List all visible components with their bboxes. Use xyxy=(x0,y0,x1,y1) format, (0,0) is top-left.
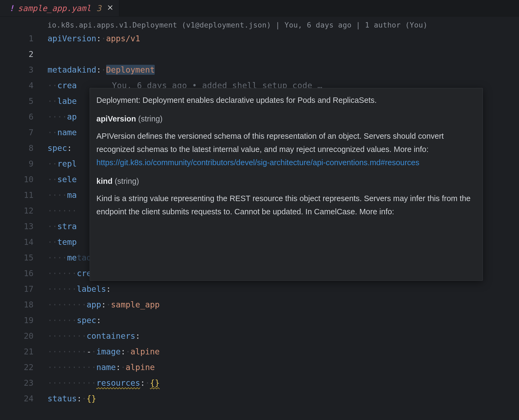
hover-field-desc: APIVersion defines the versioned schema … xyxy=(96,130,476,170)
code-line[interactable]: 3 metada xyxy=(0,62,519,78)
line-number: 4 xyxy=(0,78,48,93)
line-number: 19 xyxy=(0,313,48,328)
line-number: 14 xyxy=(0,234,48,250)
yaml-key: labe xyxy=(57,96,77,106)
yaml-value: sample_app xyxy=(111,300,160,309)
yaml-key: resources xyxy=(96,378,140,388)
yaml-value: alpine xyxy=(126,363,155,372)
editor-area[interactable]: io.k8s.api.apps.v1.Deployment (v1@deploy… xyxy=(0,16,519,407)
yaml-key: containers xyxy=(87,331,136,341)
code-line[interactable]: 1 apiVersion:·apps/v1 xyxy=(0,31,519,46)
yaml-key: ap xyxy=(67,112,77,121)
editor-tab[interactable]: ! sample_app.yaml 3 xyxy=(0,0,119,16)
hover-field-desc: Kind is a string value representing the … xyxy=(96,192,476,219)
hover-field: apiVersion (string) xyxy=(96,112,476,126)
yaml-value: {} xyxy=(150,378,160,388)
line-number: 9 xyxy=(0,156,48,172)
hover-tooltip[interactable]: Deployment: Deployment enables declarati… xyxy=(90,88,483,281)
line-number: 21 xyxy=(0,344,48,360)
line-number: 6 xyxy=(0,109,48,125)
yaml-key: spec xyxy=(77,316,96,325)
yaml-key: metada xyxy=(48,65,77,74)
code-line[interactable]: 23 ··········resources:·{} xyxy=(0,375,519,391)
code-line[interactable]: 20 ········containers: xyxy=(0,328,519,344)
yaml-key: me xyxy=(67,253,77,262)
yaml-key: spec xyxy=(48,143,67,153)
line-number: 17 xyxy=(0,281,48,297)
yaml-key: labels xyxy=(77,284,106,294)
line-number: 5 xyxy=(0,93,48,109)
yaml-value: alpine xyxy=(130,347,160,356)
line-number: 2 xyxy=(0,46,48,62)
code-line[interactable]: 2 kind:·Deployment You, 6 days ago • add… xyxy=(0,46,519,62)
line-number: 22 xyxy=(0,360,48,375)
yaml-key: crea xyxy=(57,81,77,90)
tab-bar: ! sample_app.yaml 3 xyxy=(0,0,519,16)
line-number: 15 xyxy=(0,250,48,266)
line-number: 1 xyxy=(0,31,48,46)
yaml-key: repl xyxy=(57,159,77,168)
hover-link[interactable]: https://git.k8s.io/community/contributor… xyxy=(96,158,419,167)
yaml-key: app xyxy=(87,300,101,309)
yaml-key: name xyxy=(96,363,116,372)
close-icon[interactable] xyxy=(107,5,113,12)
code-line[interactable]: 24 status:·{} xyxy=(0,391,519,407)
yaml-key: apiVersion xyxy=(48,34,96,43)
code-line[interactable]: 19 ······spec: xyxy=(0,313,519,328)
line-number: 7 xyxy=(0,125,48,140)
yaml-value: {} xyxy=(87,394,96,403)
yaml-file-icon: ! xyxy=(9,4,14,13)
yaml-key: image xyxy=(96,347,121,356)
yaml-key: stra xyxy=(57,222,77,231)
code-line[interactable]: 17 ······labels: xyxy=(0,281,519,297)
tab-title: sample_app.yaml xyxy=(18,4,91,13)
line-number: 18 xyxy=(0,297,48,313)
hover-summary: Deployment: Deployment enables declarati… xyxy=(96,94,476,107)
line-number: 10 xyxy=(0,172,48,187)
line-number: 13 xyxy=(0,219,48,234)
line-number: 23 xyxy=(0,375,48,391)
yaml-key: ma xyxy=(67,190,77,200)
line-number: 12 xyxy=(0,203,48,219)
line-number: 11 xyxy=(0,187,48,203)
line-number: 16 xyxy=(0,266,48,281)
line-number: 3 xyxy=(0,62,48,78)
yaml-key: name xyxy=(57,128,77,137)
yaml-value: apps/v1 xyxy=(106,34,140,43)
codelens[interactable]: io.k8s.api.apps.v1.Deployment (v1@deploy… xyxy=(48,20,519,31)
hover-field: kind (string) xyxy=(96,175,476,188)
yaml-key: temp xyxy=(57,237,77,247)
code-line[interactable]: 21 ········-·image:·alpine xyxy=(0,344,519,360)
tab-modified-badge: 3 xyxy=(96,4,101,13)
line-number: 8 xyxy=(0,140,48,156)
yaml-key: status xyxy=(48,394,77,403)
line-number: 20 xyxy=(0,328,48,344)
yaml-key: sele xyxy=(57,175,77,184)
code-line[interactable]: 22 ··········name:·alpine xyxy=(0,360,519,375)
line-number: 24 xyxy=(0,391,48,407)
code-line[interactable]: 18 ········app:·sample_app xyxy=(0,297,519,313)
